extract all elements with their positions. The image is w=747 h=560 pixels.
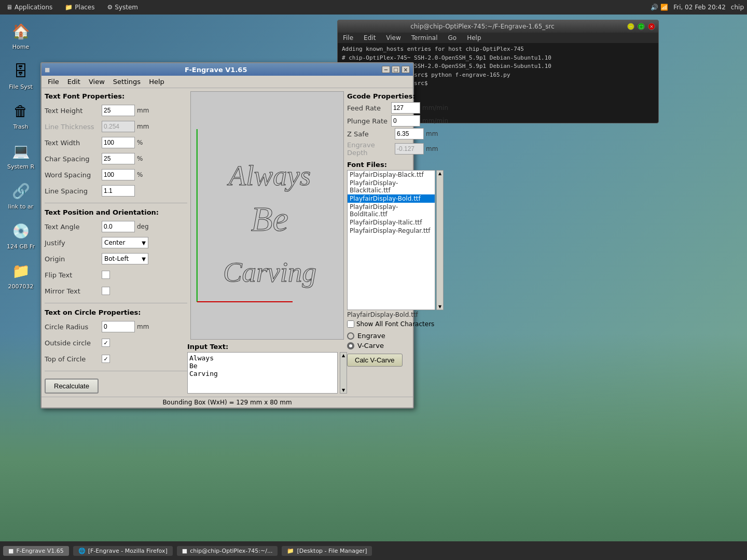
folder-label: 2007032 <box>8 283 34 290</box>
feed-rate-row: Feed Rate mm/min <box>347 102 448 114</box>
terminal-menu: File Edit View Terminal Go Help <box>338 33 658 43</box>
word-spacing-input[interactable] <box>102 169 135 180</box>
flip-text-checkbox[interactable] <box>102 271 110 279</box>
line-thickness-row: Line Thickness mm <box>45 120 187 133</box>
font-scroll-down[interactable]: ▼ <box>437 304 442 309</box>
font-item-3[interactable]: PlayfairDisplay-BoldItalic.ttf <box>348 203 435 218</box>
terminal-edit-menu[interactable]: Edit <box>362 34 378 42</box>
taskbar-terminal[interactable]: ■ chip@chip-OptiPlex-745:~/... <box>177 546 278 556</box>
engrave-depth-input[interactable] <box>395 143 424 155</box>
fengrave-view-menu[interactable]: View <box>85 77 109 87</box>
recalculate-button[interactable]: Recalculate <box>45 379 99 394</box>
taskbar-bottom: ■ F-Engrave V1.65 🌐 [F-Engrave - Mozilla… <box>0 541 747 560</box>
scroll-up-btn[interactable]: ▲ <box>341 353 346 358</box>
terminal-help-menu[interactable]: Help <box>465 34 483 42</box>
bounding-box-text: Bounding Box (WxH) = 129 mm x 80 mm <box>162 399 292 406</box>
system-label: System <box>115 4 138 11</box>
desktop-icon-trash[interactable]: 🗑 Trash <box>5 101 36 130</box>
fengrave-settings-menu[interactable]: Settings <box>109 77 145 87</box>
font-item-5[interactable]: PlayfairDisplay-Regular.ttf <box>348 227 435 235</box>
line-spacing-label: Line Spacing <box>45 187 102 195</box>
feed-rate-input[interactable] <box>391 102 420 114</box>
taskbar-top-right: 🔊 📶 Fri, 02 Feb 20:42 chip <box>651 4 744 11</box>
fengrave-edit-menu[interactable]: Edit <box>63 77 85 87</box>
left-panel: Text Font Properties: Text Height mm Lin… <box>45 91 187 394</box>
terminal-taskbar-label: chip@chip-OptiPlex-745:~/... <box>190 548 272 554</box>
fengrave-menubar: File Edit View Settings Help <box>42 76 413 88</box>
scroll-down-btn[interactable]: ▼ <box>341 388 346 393</box>
fengrave-file-menu[interactable]: File <box>44 77 63 87</box>
preview-area: Always Be Carving <box>190 91 344 340</box>
trash-icon: 🗑 <box>10 101 31 121</box>
terminal-minimize-btn[interactable]: − <box>627 23 634 30</box>
origin-row: Origin Bot-Left ▼ <box>45 253 187 265</box>
origin-dropdown[interactable]: Bot-Left ▼ <box>102 253 148 264</box>
desktop-icon-filesystem[interactable]: 🗄 File Syst <box>5 61 36 90</box>
calc-vcarve-button[interactable]: Calc V-Carve <box>347 354 403 367</box>
terminal-view-menu[interactable]: View <box>384 34 403 42</box>
terminal-drag-handle[interactable]: chip@chip-OptiPlex-745:~/F-Engrave-1.65_… <box>341 23 624 30</box>
fengrave-maximize-btn[interactable]: □ <box>392 66 400 73</box>
plunge-rate-input[interactable] <box>391 115 420 127</box>
fengrave-minimize-btn[interactable]: − <box>382 66 390 73</box>
applications-menu[interactable]: 🖥 Applications <box>3 3 56 12</box>
show-all-checkbox[interactable] <box>347 320 354 328</box>
outside-circle-row: Outside circle <box>45 337 187 349</box>
fengrave-close-btn[interactable]: × <box>402 66 410 73</box>
engrave-depth-row: Engrave Depth mm <box>347 141 448 157</box>
font-item-2[interactable]: PlayfairDisplay-Bold.ttf <box>348 194 435 203</box>
line-thickness-input[interactable] <box>102 121 135 132</box>
desktop-icon-system[interactable]: 💻 System R <box>5 141 36 170</box>
filesystem-label: File Syst <box>9 83 32 90</box>
font-list-scrollbar[interactable]: ▲ ▼ <box>436 170 444 310</box>
desktop-icon-disk[interactable]: 💿 124 GB Fr <box>5 220 36 250</box>
line-spacing-input[interactable] <box>102 185 135 197</box>
text-height-input[interactable] <box>102 105 135 116</box>
places-menu[interactable]: 📁 Places <box>62 3 98 12</box>
terminal-maximize-btn[interactable]: □ <box>638 23 645 30</box>
terminal-close-btn[interactable]: × <box>648 23 655 30</box>
origin-label: Origin <box>45 255 102 263</box>
taskbar-firefox[interactable]: 🌐 [F-Engrave - Mozilla Firefox] <box>73 546 173 556</box>
line-thickness-unit: mm <box>137 123 149 130</box>
top-of-circle-row: Top of Circle <box>45 353 187 365</box>
plunge-rate-unit: mm/min <box>422 117 448 124</box>
font-item-0[interactable]: PlayfairDisplay-Black.ttf <box>348 171 435 179</box>
fengrave-body: Text Font Properties: Text Height mm Lin… <box>42 88 413 397</box>
mirror-text-checkbox[interactable] <box>102 287 110 295</box>
flip-text-label: Flip Text <box>45 271 102 279</box>
justify-dropdown[interactable]: Center ▼ <box>102 237 148 248</box>
terminal-line-1: # chip-OptiPlex-745~ SSH-2.0-OpenSSH_5.9… <box>342 54 654 63</box>
input-text-textarea[interactable]: Always Be Carving <box>187 352 338 394</box>
top-of-circle-checkbox[interactable] <box>102 355 110 363</box>
char-spacing-input[interactable] <box>102 153 135 164</box>
preview-svg: Always Be Carving <box>191 92 343 339</box>
circle-radius-input[interactable] <box>102 321 135 332</box>
textarea-scrollbar[interactable]: ▲ ▼ <box>340 352 347 394</box>
text-angle-input[interactable] <box>102 221 135 232</box>
desktop-icon-home[interactable]: 🏠 Home <box>5 21 36 50</box>
z-safe-input[interactable] <box>395 128 424 139</box>
taskbar-fengrave[interactable]: ■ F-Engrave V1.65 <box>3 546 69 556</box>
text-width-input[interactable] <box>102 137 135 148</box>
vcarve-radio[interactable] <box>347 342 354 349</box>
places-icon: 📁 <box>65 4 73 11</box>
system-menu[interactable]: ⚙ System <box>104 3 141 12</box>
font-item-1[interactable]: PlayfairDisplay-BlackItalic.ttf <box>348 179 435 194</box>
input-text-label: Input Text: <box>187 343 347 351</box>
fengrave-help-menu[interactable]: Help <box>145 77 169 87</box>
taskbar-filemanager[interactable]: 📁 [Desktop - File Manager] <box>282 546 372 556</box>
font-list[interactable]: PlayfairDisplay-Black.ttf PlayfairDispla… <box>347 170 435 310</box>
desktop-icon-link[interactable]: 🔗 link to ar <box>5 180 36 210</box>
terminal-file-menu[interactable]: File <box>341 34 355 42</box>
desktop-icon-folder[interactable]: 📁 2007032 <box>5 260 36 290</box>
places-label: Places <box>75 4 94 11</box>
terminal-go-menu[interactable]: Go <box>446 34 459 42</box>
engrave-radio[interactable] <box>347 332 354 340</box>
plunge-rate-label: Plunge Rate <box>347 117 389 125</box>
font-scroll-up[interactable]: ▲ <box>437 171 442 176</box>
terminal-terminal-menu[interactable]: Terminal <box>409 34 440 42</box>
outside-circle-checkbox[interactable] <box>102 339 110 347</box>
selected-font-display: PlayfairDisplay-Bold.ttf <box>347 311 448 318</box>
font-item-4[interactable]: PlayfairDisplay-Italic.ttf <box>348 218 435 227</box>
